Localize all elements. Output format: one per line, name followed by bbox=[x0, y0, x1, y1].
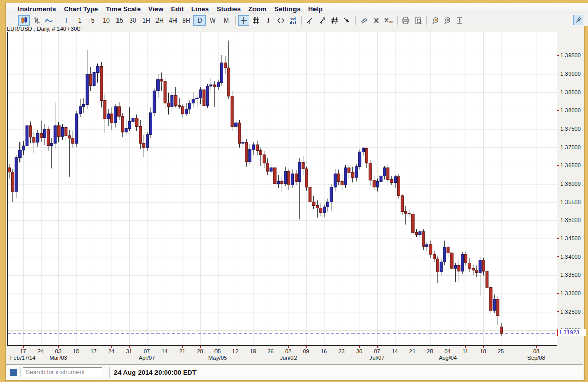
volume-button[interactable]: vol bbox=[287, 15, 299, 26]
x-axis-tick bbox=[200, 346, 201, 348]
y-axis-label: 1.32500 bbox=[557, 308, 581, 315]
timeframe-button-t[interactable]: T bbox=[60, 15, 72, 26]
timeframe-button-1[interactable]: 1 bbox=[73, 15, 86, 26]
timeframe-button-8h[interactable]: 8H bbox=[180, 15, 192, 26]
y-axis-tick bbox=[557, 129, 559, 129]
y-axis-tick bbox=[557, 184, 559, 184]
pin-icon bbox=[575, 17, 581, 23]
x-axis-day-label: 09 bbox=[299, 348, 314, 354]
print-preview-button[interactable] bbox=[413, 15, 424, 26]
x-axis-tick bbox=[129, 346, 130, 348]
x-axis-day-label: 17 bbox=[86, 348, 102, 354]
x-axis-tick bbox=[359, 346, 360, 348]
statusbar-separator bbox=[109, 367, 110, 378]
line-chart-icon bbox=[45, 17, 53, 24]
x-axis-day-label: 19 bbox=[245, 348, 261, 354]
menu-item-help[interactable]: Help bbox=[308, 5, 323, 13]
x-axis-tick bbox=[271, 346, 271, 348]
parallel-lines-button[interactable] bbox=[358, 15, 369, 26]
x-axis-tick bbox=[501, 346, 501, 348]
delete-all-button[interactable]: all bbox=[383, 15, 395, 26]
menu-item-settings[interactable]: Settings bbox=[274, 5, 300, 13]
menu-item-studies[interactable]: Studies bbox=[217, 5, 241, 13]
y-axis-tick bbox=[557, 147, 559, 147]
ohlc-bars-button[interactable] bbox=[31, 15, 42, 26]
x-axis-tick bbox=[288, 346, 289, 348]
ohlc-bars-icon bbox=[33, 17, 40, 24]
timeframe-button-w[interactable]: W bbox=[207, 15, 219, 26]
horizontal-pan-button[interactable] bbox=[275, 15, 286, 26]
x-axis-month-label: May/05 bbox=[197, 355, 238, 361]
search-input[interactable] bbox=[25, 368, 106, 376]
timeframe-button-2h[interactable]: 2H bbox=[153, 15, 166, 26]
toolbar-separator bbox=[468, 16, 468, 25]
y-axis-label: 1.39500 bbox=[557, 52, 581, 59]
delete-button[interactable] bbox=[370, 15, 382, 26]
print-button[interactable] bbox=[400, 15, 411, 26]
fit-vertical-button[interactable] bbox=[454, 15, 465, 26]
x-axis-tick bbox=[182, 346, 183, 348]
channel-tool-icon bbox=[331, 17, 338, 24]
last-price-box: 1.31923 bbox=[557, 329, 586, 336]
y-axis-tick bbox=[557, 275, 559, 275]
timeframe-button-d[interactable]: D bbox=[193, 15, 206, 26]
arrow-tool-button[interactable] bbox=[341, 15, 352, 26]
x-axis-day-label: 16 bbox=[316, 348, 331, 354]
crosshair-button[interactable] bbox=[238, 15, 249, 26]
timeframe-button-30[interactable]: 30 bbox=[127, 15, 139, 26]
menu-item-instruments[interactable]: Instruments bbox=[18, 5, 56, 13]
timeframe-button-10[interactable]: 10 bbox=[100, 15, 112, 26]
x-axis-month-label: Apr/07 bbox=[126, 355, 167, 361]
grid-button[interactable] bbox=[250, 15, 262, 26]
menu-item-chart-type[interactable]: Chart Type bbox=[64, 5, 98, 13]
x-axis-tick bbox=[430, 346, 430, 348]
trendline-tool-button[interactable] bbox=[304, 15, 316, 26]
x-axis-tick bbox=[253, 346, 253, 348]
x-axis-day-label: 31 bbox=[122, 348, 137, 354]
y-axis-label: 1.33000 bbox=[557, 290, 581, 297]
x-axis-tick bbox=[342, 346, 342, 348]
x-axis-tick bbox=[236, 346, 236, 348]
zoom-out-button[interactable] bbox=[442, 15, 453, 26]
x-axis-month-label: Mar/03 bbox=[38, 355, 79, 361]
statusbar-separator bbox=[20, 367, 21, 377]
pin-button[interactable] bbox=[573, 15, 583, 25]
application-window: InstrumentsChart TypeTime ScaleViewEditL… bbox=[0, 0, 588, 382]
x-axis-day-label: 17 bbox=[15, 348, 31, 354]
x-axis-tick bbox=[111, 346, 112, 348]
y-axis-tick bbox=[557, 202, 559, 202]
x-axis-tick bbox=[94, 346, 94, 348]
x-axis-day-label: 03 bbox=[51, 348, 66, 354]
info-icon: i bbox=[267, 16, 269, 25]
instrument-color-swatch[interactable] bbox=[10, 369, 17, 376]
x-axis-tick bbox=[41, 346, 41, 348]
timeframe-button-m[interactable]: M bbox=[220, 15, 232, 26]
toolbar-separator bbox=[355, 16, 356, 25]
line-chart-button[interactable] bbox=[43, 15, 54, 26]
x-axis-tick bbox=[165, 346, 165, 348]
menu-item-view[interactable]: View bbox=[148, 5, 163, 13]
x-axis-tick bbox=[448, 346, 448, 348]
candlestick-chart-button[interactable] bbox=[18, 15, 30, 26]
timeframe-button-1h[interactable]: 1H bbox=[140, 15, 152, 26]
timeframe-button-4h[interactable]: 4H bbox=[167, 15, 179, 26]
channel-tool-button[interactable] bbox=[329, 15, 340, 26]
menu-item-lines[interactable]: Lines bbox=[191, 5, 209, 13]
menu-item-time-scale[interactable]: Time Scale bbox=[106, 5, 141, 13]
timeframe-button-15[interactable]: 15 bbox=[113, 15, 126, 26]
x-axis-month-label: Feb/17/14 bbox=[3, 355, 44, 361]
timeframe-button-5[interactable]: 5 bbox=[87, 15, 99, 26]
zoom-in-button[interactable] bbox=[429, 15, 441, 26]
x-axis-tick bbox=[536, 346, 537, 348]
menu-item-edit[interactable]: Edit bbox=[171, 5, 184, 13]
y-axis-label: 1.36500 bbox=[557, 162, 581, 169]
y-axis-tick bbox=[557, 92, 559, 92]
price-chart[interactable] bbox=[7, 32, 557, 346]
ray-tool-button[interactable] bbox=[317, 15, 328, 26]
toolbar-separator bbox=[397, 16, 398, 25]
menu-item-zoom[interactable]: Zoom bbox=[248, 5, 266, 13]
grid-icon bbox=[252, 17, 260, 24]
x-axis-day-label: 07 bbox=[369, 348, 385, 354]
x-axis-tick bbox=[465, 346, 466, 348]
info-button[interactable]: i bbox=[263, 15, 274, 26]
